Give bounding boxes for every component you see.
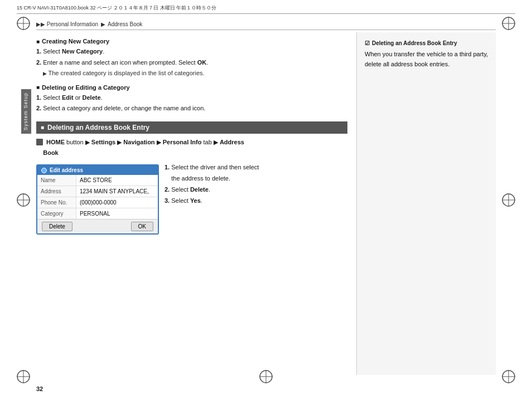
entry-step-1: 1. Select the driver and then select the… [165,162,259,184]
right-column: Deleting an Address Book Entry When you … [356,32,496,375]
dialog-label-address: Address [37,186,76,197]
corner-ml-decoration [16,192,31,208]
creating-note: The created category is displayed in the… [36,69,347,79]
nav-path: HOME button ▶ Settings ▶ Navigation ▶ Pe… [36,137,347,158]
deleting-category-header: Deleting or Editing a Category [36,84,347,91]
breadcrumb-item-1: ▶▶ Personal Information [36,21,98,27]
dialog-footer: Delete OK [37,219,158,233]
dialog-body: Name ABC STORE Address 1234 MAIN ST ANYP… [37,175,158,219]
breadcrumb-divider-line [36,30,496,30]
corner-bl-decoration [16,369,31,384]
right-note-body: When you transfer the vehicle to a third… [365,50,496,69]
dialog-ok-button[interactable]: OK [131,222,153,231]
breadcrumb-item-2: Address Book [108,21,142,27]
entry-steps: 1. Select the driver and then select the… [159,162,259,206]
dialog-value-name: ABC STORE [76,175,115,186]
dialog-label-category: Category [37,208,76,219]
creating-category-body: 1. Select New Category. 2. Enter a name … [36,47,347,79]
file-info-bar: 15 CR-V NAVI-31T0A8100.book 32 ページ ２０１４年… [17,4,515,14]
file-info-text: 15 CR-V NAVI-31T0A8100.book 32 ページ ２０１４年… [17,4,216,12]
dialog-row-phone: Phone No. (000)000-0000 [37,197,158,208]
corner-br-decoration [501,369,516,384]
main-content: Creating New Category 1. Select New Cate… [36,32,496,375]
left-column: Creating New Category 1. Select New Cate… [36,32,356,375]
dialog-value-address: 1234 MAIN ST ANYPLACE, [76,186,152,197]
breadcrumb-divider: ▶ [101,21,105,27]
dialog-label-phone: Phone No. [37,197,76,208]
corner-mr-decoration [501,192,516,208]
breadcrumb: ▶▶ Personal Information ▶ Address Book [36,21,142,27]
deleting-entry-header: Deleting an Address Book Entry [36,121,347,134]
entry-step-2: 2. Select Delete. [165,184,259,196]
page: 15 CR-V NAVI-31T0A8100.book 32 ページ ２０１４年… [0,0,532,400]
dialog-row-category: Category PERSONAL [37,208,158,219]
dialog-row-name: Name ABC STORE [37,175,158,186]
deleting-cat-step-1: 1. Select Edit or Delete. [36,93,347,103]
dialog-title-bar: Edit address [37,165,158,175]
dialog-steps-container: Edit address Name ABC STORE Address 1234… [36,162,347,235]
dialog-label-name: Name [37,175,76,186]
page-number: 32 [36,386,43,392]
edit-address-dialog: Edit address Name ABC STORE Address 1234… [36,164,159,235]
creating-category-header: Creating New Category [36,38,347,45]
creating-step-2: 2. Enter a name and select an icon when … [36,58,347,68]
dialog-title: Edit address [50,167,83,173]
dialog-delete-button[interactable]: Delete [42,222,72,231]
dialog-value-category: PERSONAL [76,208,113,219]
entry-step-3: 3. Select Yes. [165,196,259,207]
dialog-row-address: Address 1234 MAIN ST ANYPLACE, [37,186,158,197]
dialog-value-phone: (000)000-0000 [76,197,120,208]
deleting-cat-step-2: 2. Select a category and delete, or chan… [36,104,347,114]
creating-step-1: 1. Select New Category. [36,47,347,57]
right-note-title: Deleting an Address Book Entry [365,40,496,46]
home-icon [36,139,43,145]
deleting-category-body: 1. Select Edit or Delete. 2. Select a ca… [36,93,347,114]
sidebar-label: System Setup [21,89,31,134]
corner-tl-decoration [16,16,31,31]
corner-tr-decoration [501,16,516,31]
